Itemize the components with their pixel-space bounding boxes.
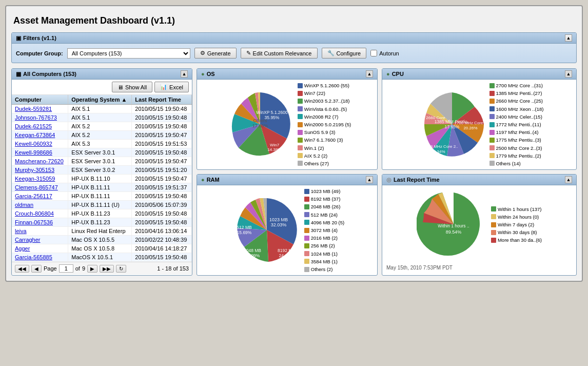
autorun-label[interactable]: Autorun (370, 50, 399, 56)
computer-cell[interactable]: Johnson-767673 (12, 113, 68, 122)
autorun-checkbox[interactable] (370, 50, 377, 56)
legend-item: 4096 MB 20 (5) (304, 219, 344, 226)
next-page-button[interactable]: ▶ (87, 265, 97, 273)
legend-item: 8192 MB (37) (304, 195, 344, 203)
refresh-button[interactable]: ↻ (116, 265, 126, 273)
of-label: of (75, 265, 80, 272)
generate-button[interactable]: ⚙ Generate (194, 48, 237, 59)
last-report-title: ◎ Last Report Time (386, 177, 440, 183)
time-cell: 2010/05/15 19:50:48 (132, 253, 192, 262)
legend-item: Win7 6.1.7600 (3) (298, 136, 351, 144)
col-os: Operating System ▲ (68, 95, 132, 105)
computer-cell[interactable]: Crouch-806804 (12, 209, 68, 218)
last-report-expand[interactable]: ▲ (565, 176, 572, 183)
table-row[interactable]: Dudek-621525 AIX 5.2 2010/05/15 19:50:48 (12, 122, 192, 131)
legend-item: Others (27) (298, 160, 351, 167)
last-report-chart: Last Report Time Pie Chart Within 1 hour… (417, 187, 491, 262)
table-row[interactable]: Mascherano-72620 ESX Server 3.0.1 2010/0… (12, 157, 192, 166)
svg-text:2660 Core: 2660 Core (426, 115, 445, 120)
computer-cell[interactable]: leiva (12, 227, 68, 236)
page-input[interactable] (59, 264, 73, 273)
cpu-legend: 2700 MHz Core ..(31)1385 MHz Penti..(27)… (489, 82, 544, 167)
time-cell: 2010/02/22 10:48:39 (132, 236, 192, 244)
table-row[interactable]: Carragher Mac OS X 10.5.5 2010/02/22 10:… (12, 236, 192, 244)
computer-cell[interactable]: Kewell-998686 (12, 148, 68, 157)
computer-cell[interactable]: Carragher (12, 236, 68, 244)
computer-cell[interactable]: Dudek-559281 (12, 105, 68, 113)
table-row[interactable]: Garcia-256117 HP-UX B.11.11 2010/05/15 1… (12, 192, 192, 201)
filters-body: Computer Group: All Computers (153) ⚙ Ge… (12, 44, 576, 63)
cpu-expand[interactable]: ▲ (565, 70, 572, 78)
legend-item: Win7 (22) (298, 89, 351, 97)
configure-button[interactable]: 🔧 Configure (322, 48, 367, 59)
time-cell: 2010/05/15 19:50:48 (132, 192, 192, 201)
svg-text:17.65%: 17.65% (252, 123, 268, 128)
prev-page-button[interactable]: ◀ (31, 265, 42, 273)
cpu-panel: ● CPU ▲ CPU Pie Chart (382, 68, 577, 170)
time-cell: 2010/05/06 15:07:39 (132, 201, 192, 209)
report-icon: ◎ (386, 177, 391, 183)
table-container[interactable]: Computer Operating System ▲ Last Report … (12, 95, 192, 262)
table-row[interactable]: Keegan-315059 HP-UX B.11.10 2010/05/15 1… (12, 175, 192, 183)
os-cell: ESX Server 3.0.1 (68, 157, 132, 166)
filters-expand[interactable]: ▲ (565, 34, 572, 42)
computer-cell[interactable]: Clemens-865747 (12, 183, 68, 192)
computer-cell[interactable]: Agger (12, 244, 68, 253)
table-expand[interactable]: ▲ (181, 70, 188, 78)
ram-legend: 1023 MB (49)8192 MB (37)2048 MB (26)512 … (304, 187, 344, 273)
svg-text:24.18%: 24.18% (279, 253, 293, 258)
computer-cell[interactable]: Finnan-067536 (12, 218, 68, 227)
ram-expand[interactable]: ▲ (366, 176, 373, 183)
computer-cell[interactable]: Keegan-673864 (12, 131, 68, 140)
legend-item: 2400 MHz Celer..(15) (489, 113, 544, 121)
table-row[interactable]: leiva Linux Red Hat Enterp 2010/04/16 13… (12, 227, 192, 236)
table-row[interactable]: Kewell-998686 ESX Server 3.0.1 2010/05/1… (12, 148, 192, 157)
os-expand[interactable]: ▲ (366, 70, 373, 78)
table-row[interactable]: Garcia-565885 MacOS X 10.5.1 2010/05/15 … (12, 253, 192, 262)
table-row[interactable]: Agger Mac OS X 10.5.8 2010/04/16 14:18:2… (12, 244, 192, 253)
timestamp: May 15th, 2010 7:53PM PDT (382, 264, 576, 273)
computer-cell[interactable]: Keegan-315059 (12, 175, 68, 183)
computer-group-select[interactable]: All Computers (153) (67, 48, 190, 59)
legend-item: 1600 MHz Xeon ..(18) (489, 105, 544, 113)
computer-cell[interactable]: Garcia-565885 (12, 253, 68, 262)
svg-text:14.38%: 14.38% (267, 147, 281, 152)
computer-cell[interactable]: Murphy-305153 (12, 166, 68, 175)
legend-item: 2016 MB (2) (304, 234, 344, 242)
os-cell: AIX 5.1 (68, 113, 132, 122)
table-row[interactable]: Keegan-673864 AIX 5.2 2010/05/15 19:50:4… (12, 131, 192, 140)
os-cell: HP-UX B.11.11 (68, 192, 132, 201)
time-cell: 2010/04/16 14:18:27 (132, 244, 192, 253)
table-row[interactable]: Finnan-067536 HP-UX B.11.23 2010/05/15 1… (12, 218, 192, 227)
edit-custom-button[interactable]: ✎ Edit Custom Relevance (241, 48, 318, 59)
table-row[interactable]: Crouch-806804 HP-UX B.11.23 2010/05/15 1… (12, 209, 192, 218)
legend-item: 1775 Mhz Pentiu..(3) (489, 136, 544, 144)
computer-cell[interactable]: Garcia-256117 (12, 192, 68, 201)
svg-text:WinXP 5.1.2600: WinXP 5.1.2600 (256, 110, 288, 115)
os-cell: Mac OS X 10.5.8 (68, 244, 132, 253)
show-all-button[interactable]: 🖥 Show All (112, 82, 152, 92)
legend-item: 256 MB (2) (304, 242, 344, 249)
computer-cell[interactable]: Mascherano-72620 (12, 157, 68, 166)
computers-table: Computer Operating System ▲ Last Report … (12, 95, 192, 262)
table-row[interactable]: Johnson-767673 AIX 5.1 2010/05/15 19:50:… (12, 113, 192, 122)
computer-cell[interactable]: Kewell-060932 (12, 140, 68, 148)
excel-button[interactable]: 📊 Excel (154, 82, 189, 92)
table-row[interactable]: oldman HP-UX B.11.11 (U) 2010/05/06 15:0… (12, 201, 192, 209)
legend-item: Within 30 days (8) (491, 228, 542, 236)
table-row[interactable]: Kewell-060932 AIX 5.3 2010/05/15 19:51:5… (12, 140, 192, 148)
time-cell: 2010/05/15 19:51:53 (132, 140, 192, 148)
os-cell: HP-UX B.11.11 (U) (68, 201, 132, 209)
legend-item: 1024 MB (1) (304, 250, 344, 258)
cpu-chart: CPU Pie Chart 1385 Mhz Pentiu.. 17.65% 2… (415, 87, 489, 162)
os-cell: AIX 5.2 (68, 122, 132, 131)
computer-cell[interactable]: oldman (12, 201, 68, 209)
table-row[interactable]: Murphy-305153 ESX Server 3.0.2 2010/05/1… (12, 166, 192, 175)
last-page-button[interactable]: ▶▶ (100, 265, 114, 273)
os-chart-content: OS Pie Chart (197, 80, 377, 169)
table-row[interactable]: Clemens-865747 HP-UX B.11.11 2010/05/15 … (12, 183, 192, 192)
svg-text:16.99%: 16.99% (245, 253, 260, 258)
computer-cell[interactable]: Dudek-621525 (12, 122, 68, 131)
table-row[interactable]: Dudek-559281 AIX 5.1 2010/05/15 19:50:48 (12, 105, 192, 113)
first-page-button[interactable]: ◀◀ (15, 265, 29, 273)
